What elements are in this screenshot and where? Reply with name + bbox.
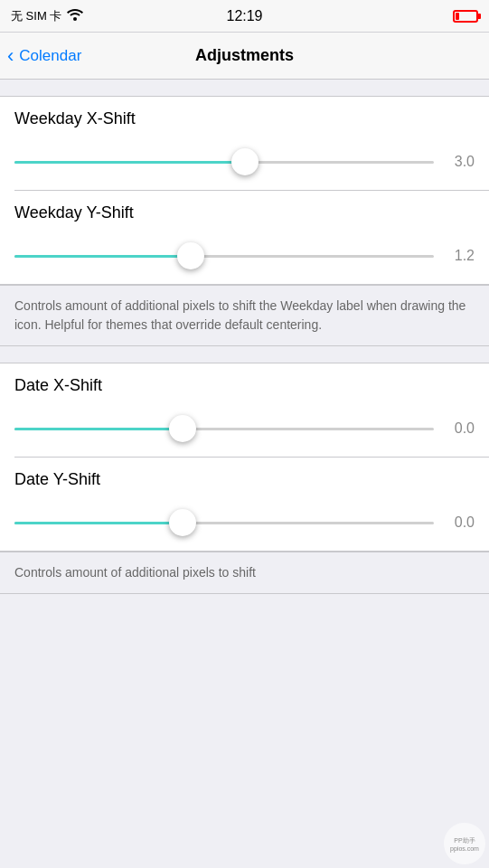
svg-point-0	[73, 17, 77, 21]
back-chevron-icon: ‹	[7, 46, 14, 66]
weekday-y-shift-value: 1.2	[443, 248, 475, 264]
status-bar: 无 SIM 卡 12:19	[0, 0, 489, 33]
weekday-y-shift-label: Weekday Y-Shift	[14, 203, 475, 222]
nav-bar: ‹ Colendar Adjustments	[0, 33, 489, 80]
weekday-y-shift-slider[interactable]	[14, 241, 434, 271]
date-description: Controls amount of additional pixels to …	[0, 552, 489, 594]
date-y-shift-slider[interactable]	[14, 507, 434, 538]
weekday-y-shift-track	[14, 255, 434, 258]
content-area: Weekday X-Shift 3.0 Weekday Y-Shift	[0, 80, 489, 594]
weekday-section: Weekday X-Shift 3.0 Weekday Y-Shift	[0, 96, 489, 285]
date-y-shift-track	[14, 522, 434, 524]
weekday-y-shift-thumb[interactable]	[177, 242, 204, 269]
page-title: Adjustments	[195, 46, 294, 65]
date-y-shift-label: Date Y-Shift	[14, 470, 475, 489]
watermark-line1: PP助手	[454, 836, 475, 845]
back-button[interactable]: ‹ Colendar	[0, 46, 81, 66]
battery-fill	[456, 13, 459, 20]
weekday-x-shift-slider[interactable]	[14, 146, 434, 177]
date-x-shift-slider[interactable]	[14, 413, 434, 444]
weekday-description: Controls amount of additional pixels to …	[0, 285, 489, 346]
weekday-x-shift-row: Weekday X-Shift	[0, 97, 489, 146]
date-y-shift-thumb[interactable]	[169, 509, 196, 536]
watermark-line2: ppios.com	[450, 845, 479, 852]
status-left: 无 SIM 卡	[11, 8, 83, 24]
carrier-text: 无 SIM 卡	[11, 8, 61, 24]
date-x-shift-slider-row: 0.0	[0, 413, 489, 457]
wifi-icon	[67, 8, 83, 24]
top-separator	[0, 80, 489, 96]
date-y-shift-fill	[14, 522, 183, 524]
weekday-y-shift-slider-row: 1.2	[0, 241, 489, 284]
date-x-shift-track	[14, 428, 434, 430]
status-time: 12:19	[226, 8, 262, 24]
weekday-x-shift-slider-row: 3.0	[0, 146, 489, 190]
weekday-x-shift-fill	[14, 161, 245, 164]
weekday-x-shift-value: 3.0	[443, 154, 475, 170]
status-right	[453, 10, 478, 23]
date-y-shift-value: 0.0	[443, 514, 475, 531]
date-x-shift-value: 0.0	[443, 420, 475, 437]
date-x-shift-thumb[interactable]	[169, 415, 196, 442]
weekday-description-text: Controls amount of additional pixels to …	[14, 297, 475, 335]
weekday-x-shift-label: Weekday X-Shift	[14, 109, 475, 128]
date-x-shift-row: Date X-Shift	[0, 363, 489, 413]
weekday-x-shift-thumb[interactable]	[231, 148, 259, 175]
date-x-shift-label: Date X-Shift	[14, 376, 475, 395]
date-description-text: Controls amount of additional pixels to …	[14, 563, 475, 582]
date-y-shift-slider-row: 0.0	[0, 507, 489, 551]
back-label: Colendar	[19, 47, 81, 65]
battery-icon	[453, 10, 478, 23]
date-x-shift-fill	[14, 428, 183, 430]
watermark: PP助手 ppios.com	[444, 823, 485, 864]
date-section: Date X-Shift 0.0 Date Y-Shift 0.	[0, 363, 489, 552]
weekday-y-shift-row: Weekday Y-Shift	[0, 191, 489, 241]
mid-separator	[0, 346, 489, 363]
date-y-shift-row: Date Y-Shift	[0, 458, 489, 507]
weekday-y-shift-fill	[14, 255, 191, 258]
weekday-x-shift-track	[14, 161, 434, 164]
